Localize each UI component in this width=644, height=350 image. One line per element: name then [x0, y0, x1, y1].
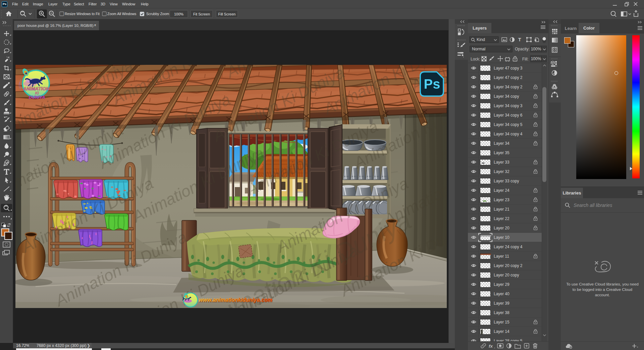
- svg-text:Zoom All Windows: Zoom All Windows: [107, 12, 136, 16]
- svg-text:ANIMATION: ANIMATION: [23, 86, 50, 91]
- svg-text:T: T: [518, 37, 521, 42]
- svg-text:Fit Screen: Fit Screen: [193, 12, 210, 16]
- svg-text:www.animationkiduniya.com: www.animationkiduniya.com: [199, 297, 272, 303]
- svg-text:fx: fx: [489, 344, 493, 349]
- svg-text:Resize Windows to Fit: Resize Windows to Fit: [65, 12, 100, 16]
- svg-text:100%: 100%: [174, 12, 183, 16]
- svg-text:DUNIYA: DUNIYA: [29, 95, 45, 100]
- svg-text:Fill Screen: Fill Screen: [218, 12, 236, 16]
- svg-text:Scrubby Zoom: Scrubby Zoom: [146, 12, 169, 16]
- svg-text:Ps: Ps: [424, 77, 440, 91]
